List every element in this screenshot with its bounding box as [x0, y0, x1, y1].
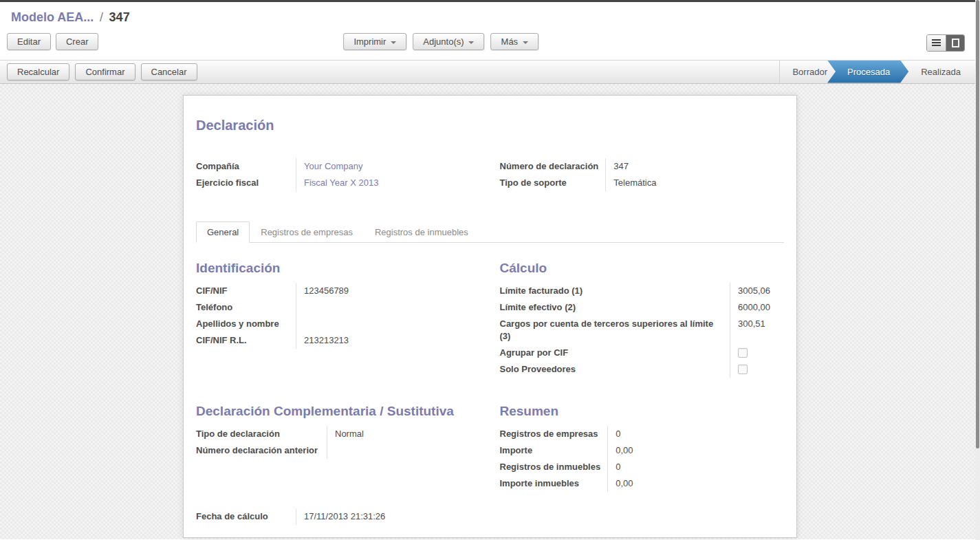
section-resumen: Resumen Registros de empresas 0 Importe …	[500, 404, 785, 492]
field-value: 300,51	[730, 316, 784, 345]
create-button[interactable]: Crear	[56, 33, 99, 50]
sheet-title: Declaración	[196, 118, 784, 133]
field-value: 0,00	[607, 442, 784, 459]
field-label: Tipo de soporte	[500, 175, 606, 191]
field-row-tipo-soporte: Tipo de soporte Telemática	[500, 175, 785, 191]
state-realizada[interactable]: Realizada	[908, 61, 973, 83]
field-row-cif-nif-rl: CIF/NIF R.L. 213213213	[196, 332, 481, 349]
field-label: Registros de inmuebles	[500, 459, 608, 475]
field-row-registros-de-inmuebles: Registros de inmuebles 0	[500, 459, 785, 475]
field-row-importe: Importe 0,00	[500, 442, 785, 459]
workflow-toolbar: Recalcular Confirmar Cancelar Borrador P…	[0, 60, 980, 84]
statusbar: Borrador Procesada Realizada	[779, 61, 980, 83]
field-label: Registros de empresas	[500, 426, 608, 442]
field-row-solo-proveedores: Solo Proveedores	[500, 361, 785, 378]
section-title: Resumen	[500, 404, 785, 419]
state-procesada[interactable]: Procesada	[827, 61, 908, 83]
fiscal-year-link[interactable]: Fiscal Year X 2013	[304, 177, 378, 188]
more-dropdown-button[interactable]: Más	[491, 33, 539, 50]
field-label: Teléfono	[196, 299, 296, 316]
print-dropdown-button[interactable]: Imprimir	[343, 33, 406, 50]
section-complementaria: Declaración Complementaria / Sustitutiva…	[196, 404, 481, 492]
edit-button[interactable]: Editar	[7, 33, 51, 50]
attachments-label: Adjunto(s)	[423, 36, 464, 47]
list-view-button[interactable]	[927, 35, 946, 51]
field-label: Límite facturado (1)	[500, 283, 730, 299]
caret-down-icon	[523, 41, 528, 44]
field-label: CIF/NIF R.L.	[196, 332, 296, 349]
attachments-dropdown-button[interactable]: Adjunto(s)	[413, 33, 484, 50]
scrollbar-thumb[interactable]	[976, 0, 979, 449]
field-value: 0	[607, 426, 784, 442]
print-label: Imprimir	[353, 36, 386, 47]
field-value: 0,00	[607, 475, 784, 492]
company-link[interactable]: Your Company	[304, 161, 363, 171]
field-row-limite-efectivo: Límite efectivo (2) 6000,00	[500, 299, 785, 316]
field-label: Tipo de declaración	[196, 426, 327, 442]
content-background: Declaración Compañía Your Company Ejerci…	[0, 84, 980, 539]
breadcrumb-parent-link[interactable]: Modelo AEA...	[11, 10, 94, 24]
scrollbar[interactable]	[975, 0, 980, 540]
list-icon	[932, 39, 941, 46]
field-row-compania: Compañía Your Company	[196, 158, 481, 175]
field-value	[296, 299, 481, 316]
form-sheet: Declaración Compañía Your Company Ejerci…	[183, 95, 797, 538]
field-row-numero-declaracion: Número de declaración 347	[500, 158, 785, 175]
field-row-cif-nif: CIF/NIF 123456789	[196, 283, 481, 299]
field-label: Compañía	[196, 158, 296, 175]
header-fields: Compañía Your Company Ejercicio fiscal F…	[196, 158, 784, 191]
tab-registros-de-empresas[interactable]: Registros de empresas	[250, 222, 364, 243]
field-label: Importe	[500, 442, 608, 459]
tab-registros-de-inmuebles[interactable]: Registros de inmuebles	[364, 222, 479, 243]
field-row-cargos-terceros: Cargos por cuenta de terceros superiores…	[500, 316, 785, 345]
agrupar-por-cif-checkbox[interactable]	[738, 348, 748, 358]
field-value: 123456789	[296, 283, 481, 299]
field-row-telefono: Teléfono	[196, 299, 481, 316]
tab-general[interactable]: General	[196, 222, 250, 243]
field-value: Telemática	[605, 175, 784, 191]
field-label: Apellidos y nombre	[196, 316, 296, 332]
field-value: 6000,00	[730, 299, 784, 316]
field-row-agrupar-por-cif: Agrupar por CIF	[500, 345, 785, 361]
solo-proveedores-checkbox[interactable]	[738, 365, 748, 374]
field-label: Ejercicio fiscal	[196, 175, 296, 191]
field-label: Fecha de cálculo	[196, 508, 296, 525]
caret-down-icon	[469, 41, 475, 44]
field-value: 3005,06	[730, 283, 784, 299]
field-row-tipo-de-declaracion: Tipo de declaración Normal	[196, 426, 481, 442]
breadcrumb: Modelo AEA... / 347	[0, 2, 980, 29]
section-title: Cálculo	[500, 261, 785, 276]
field-row-importe-inmuebles: Importe inmuebles 0,00	[500, 475, 785, 492]
recalculate-button[interactable]: Recalcular	[7, 63, 69, 80]
field-row-limite-facturado: Límite facturado (1) 3005,06	[500, 283, 785, 299]
action-buttons-row: Editar Crear Imprimir Adjunto(s) Más	[0, 29, 980, 60]
field-value: 0	[607, 459, 784, 475]
confirm-button[interactable]: Confirmar	[75, 63, 135, 80]
notebook-tabs: General Registros de empresas Registros …	[196, 222, 784, 243]
field-value: Normal	[327, 426, 481, 442]
field-value: 17/11/2013 21:31:26	[296, 508, 481, 525]
form-view-button[interactable]	[946, 35, 964, 51]
more-label: Más	[501, 36, 519, 47]
field-value: 213213213	[296, 332, 481, 349]
breadcrumb-current: 347	[109, 10, 130, 24]
field-label: Número de declaración	[500, 158, 606, 175]
field-label: CIF/NIF	[196, 283, 296, 299]
field-row-apellidos-y-nombre: Apellidos y nombre	[196, 316, 481, 332]
section-fecha-calculo: Fecha de cálculo 17/11/2013 21:31:26	[196, 508, 481, 525]
section-title: Identificación	[196, 261, 481, 276]
field-label: Cargos por cuenta de terceros superiores…	[500, 316, 730, 345]
section-title: Declaración Complementaria / Sustitutiva	[196, 404, 481, 419]
section-calculo: Cálculo Límite facturado (1) 3005,06 Lím…	[500, 261, 785, 378]
field-label: Límite efectivo (2)	[500, 299, 730, 316]
field-value	[296, 316, 481, 332]
section-identificacion: Identificación CIF/NIF 123456789 Teléfon…	[196, 261, 481, 378]
field-row-registros-de-empresas: Registros de empresas 0	[500, 426, 785, 442]
breadcrumb-separator: /	[100, 10, 103, 24]
field-label: Importe inmuebles	[500, 475, 608, 492]
cancel-button[interactable]: Cancelar	[141, 63, 197, 80]
caret-down-icon	[391, 41, 396, 44]
field-row-fecha-de-calculo: Fecha de cálculo 17/11/2013 21:31:26	[196, 508, 481, 525]
field-value	[327, 442, 481, 459]
field-row-ejercicio-fiscal: Ejercicio fiscal Fiscal Year X 2013	[196, 175, 481, 191]
